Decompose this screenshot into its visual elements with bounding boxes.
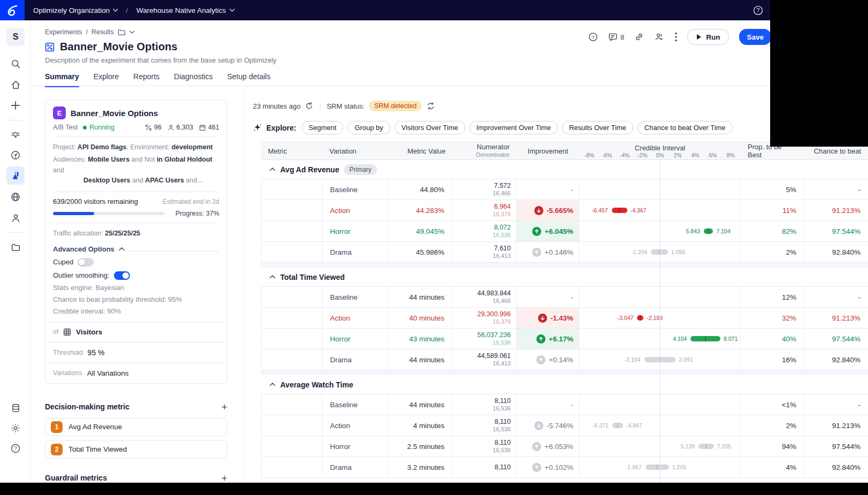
run-button[interactable]: Run: [687, 29, 729, 45]
refresh-icon[interactable]: [305, 102, 313, 110]
variation-name: Baseline: [322, 179, 388, 200]
outlier-smoothing-toggle[interactable]: [114, 271, 130, 280]
ci-high-label: 2.091: [679, 356, 693, 363]
denominator-selector[interactable]: of Visitors: [45, 322, 227, 342]
tab-setup-details[interactable]: Setup details: [227, 72, 271, 87]
data-database-icon[interactable]: [6, 399, 25, 417]
home-icon[interactable]: [6, 75, 25, 94]
decision-metric-card[interactable]: 2Total Time Viewed: [45, 440, 227, 459]
metric-section-header[interactable]: Average Watch Time: [261, 375, 868, 394]
rerun-srm-icon[interactable]: [426, 102, 435, 110]
explore-pill-chance-to-beat-over-time[interactable]: Chance to beat Over Time: [637, 121, 733, 134]
improvement-value: +6.053%: [544, 443, 573, 451]
svg-text:?: ?: [592, 34, 595, 40]
result-row-action: Action44.283%6,96416,379-5.665%-6.457-4.…: [261, 200, 868, 221]
audiences-line: Audiences: Mobile Users and Not in Globa…: [53, 155, 219, 176]
folder-tab-icon[interactable]: [118, 29, 126, 36]
ci-tick-label: -6%: [602, 152, 612, 158]
progress-bar: [53, 212, 165, 215]
variations-label: Variations: [53, 369, 82, 377]
decision-metric-card[interactable]: 1Avg Ad Revenue: [45, 418, 227, 436]
prop-to-be-best: 82%: [741, 221, 804, 241]
folder-icon[interactable]: [6, 238, 25, 256]
numerator-denominator: 8,07216,536: [452, 221, 517, 241]
result-row-action: Action4 minutes8,11016,536-5.746%-6.371-…: [261, 415, 868, 436]
help-icon[interactable]: ?: [6, 439, 25, 458]
ideas-lightbulb-icon[interactable]: [6, 126, 25, 144]
variation-name: Action: [322, 200, 388, 220]
tab-diagnostics[interactable]: Diagnostics: [174, 72, 212, 87]
collaborators-icon[interactable]: [654, 32, 665, 42]
settings-gear-icon[interactable]: [6, 419, 25, 437]
progress-label: Progress: 37%: [175, 210, 219, 217]
prop-to-be-best: 2%: [741, 242, 804, 262]
tab-summary[interactable]: Summary: [45, 72, 79, 87]
explore-pill-segment[interactable]: Segment: [302, 121, 343, 134]
advanced-options-label: Advanced Options: [53, 245, 114, 253]
ci-high-label: 1.205: [672, 464, 686, 470]
rail-divider: [8, 232, 23, 233]
experiments-flask-icon[interactable]: [6, 166, 25, 185]
org-switcher[interactable]: Optimizely Organization: [33, 6, 118, 14]
prop-to-be-best: 11%: [741, 200, 804, 220]
ci-low-label: -2.104: [625, 356, 641, 363]
prop-to-be-best: 32%: [741, 308, 804, 328]
create-plus-icon[interactable]: [6, 96, 25, 115]
metric-value: 44 minutes: [388, 287, 452, 307]
add-guardrail-metric-button[interactable]: +: [221, 473, 227, 483]
redaction-bottom-bar: [0, 483, 868, 495]
save-button[interactable]: Save: [739, 29, 771, 45]
kebab-menu-icon[interactable]: [675, 32, 677, 42]
chance-to-beat: 91.213%: [804, 200, 868, 220]
breadcrumb-experiments[interactable]: Experiments: [45, 28, 82, 36]
explore-pill-results-over-time[interactable]: Results Over Time: [562, 121, 633, 134]
chance-to-beat: -: [804, 287, 868, 307]
explore-pill-group-by[interactable]: Group by: [348, 121, 390, 134]
numerator-denominator: 7,61016,413: [452, 242, 517, 262]
metric-section-title: Total Time Viewed: [280, 273, 345, 281]
metric-value: 49.045%: [388, 221, 452, 241]
explore-pill-improvement-over-time[interactable]: Improvement Over Time: [470, 121, 558, 134]
ci-tick-label: 8%: [726, 152, 734, 158]
explore-pill-visitors-over-time[interactable]: Visitors Over Time: [395, 121, 465, 134]
table-body: Avg Ad RevenuePrimaryBaseline44.80%7,572…: [261, 160, 868, 478]
ci-low-label: 4.104: [673, 336, 687, 342]
improvement-arrow-down-icon: [534, 421, 543, 430]
org-name: Optimizely Organization: [33, 6, 110, 14]
credible-interval-cell: [579, 287, 741, 307]
metric-section-header[interactable]: Total Time Viewed: [261, 268, 868, 287]
ci-low-label: -3.047: [618, 315, 634, 321]
product-name: Warehouse Native Analytics: [136, 6, 226, 14]
section-gap: [261, 263, 868, 268]
chevron-down-icon[interactable]: [129, 31, 135, 34]
navbar-help-icon[interactable]: ?: [753, 5, 763, 16]
search-icon[interactable]: [6, 55, 25, 73]
advanced-options-toggle[interactable]: Advanced Options: [53, 245, 219, 253]
rollouts-globe-icon[interactable]: [6, 188, 25, 206]
section-gap: [261, 370, 868, 375]
share-link-icon[interactable]: [634, 32, 644, 42]
srm-status-badge: SRM detected: [369, 101, 422, 111]
profiles-person-icon[interactable]: [6, 209, 25, 227]
help-circle-icon[interactable]: ?: [588, 32, 598, 42]
improvement-arrow-up-icon: [532, 463, 541, 472]
improvement-cell: -: [517, 287, 579, 307]
threshold-selector[interactable]: Threshold 95 %: [45, 342, 227, 363]
metric-section-header[interactable]: Avg Ad RevenuePrimary: [261, 160, 868, 179]
breadcrumb-results[interactable]: Results: [91, 28, 114, 36]
ci-bar: [704, 229, 713, 234]
tab-explore[interactable]: Explore: [94, 72, 119, 87]
improvement-cell: +6.053%: [517, 436, 579, 456]
experiment-card: E Banner_Movie Options A/B Test Running …: [45, 100, 227, 384]
chance-to-beat: 92.840%: [804, 242, 868, 262]
product-switcher[interactable]: Warehouse Native Analytics: [136, 6, 235, 14]
variations-selector[interactable]: Variations All Variations: [45, 363, 227, 383]
cuped-toggle[interactable]: [78, 258, 94, 266]
optimizely-logo[interactable]: [0, 0, 25, 20]
gauge-icon[interactable]: [6, 146, 25, 164]
add-decision-metric-button[interactable]: +: [221, 402, 227, 412]
workspace-avatar[interactable]: S: [6, 28, 25, 46]
comments-icon[interactable]: 8: [608, 32, 624, 42]
improvement-value: -5.665%: [547, 207, 573, 215]
tab-reports[interactable]: Reports: [133, 72, 159, 87]
